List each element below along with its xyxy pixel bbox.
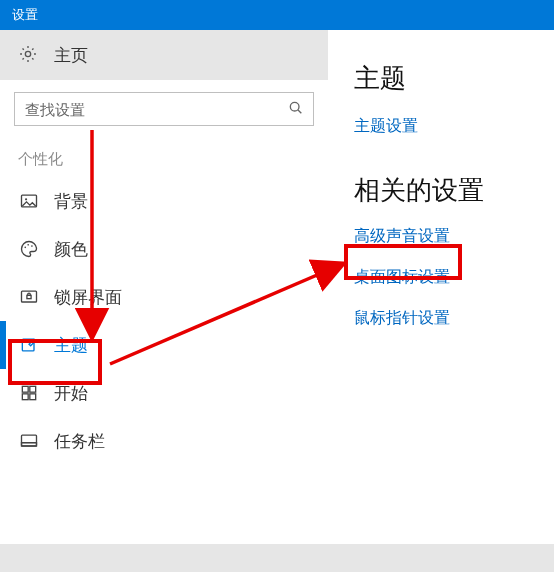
- sidebar-item-label: 颜色: [54, 238, 88, 261]
- sidebar: 主页 个性化 背景: [0, 30, 328, 544]
- svg-point-3: [25, 198, 27, 200]
- svg-point-4: [24, 247, 26, 249]
- search-wrap: [0, 80, 328, 132]
- bottom-bar: [0, 544, 554, 572]
- window-title: 设置: [12, 7, 38, 22]
- taskbar-icon: [18, 430, 40, 452]
- sidebar-item-label: 锁屏界面: [54, 286, 122, 309]
- window-title-bar: 设置: [0, 0, 554, 30]
- link-desktop-icons[interactable]: 桌面图标设置: [354, 267, 540, 288]
- svg-point-6: [31, 245, 33, 247]
- sidebar-item-label: 开始: [54, 382, 88, 405]
- image-icon: [18, 190, 40, 212]
- lockscreen-icon: [18, 286, 40, 308]
- sidebar-item-start[interactable]: 开始: [0, 369, 328, 417]
- sidebar-item-themes[interactable]: 主题: [0, 321, 328, 369]
- start-icon: [18, 382, 40, 404]
- svg-rect-8: [27, 295, 31, 298]
- theme-icon: [18, 334, 40, 356]
- svg-point-0: [25, 51, 30, 56]
- sidebar-item-label: 主题: [54, 334, 88, 357]
- svg-point-5: [27, 244, 29, 246]
- link-theme-settings[interactable]: 主题设置: [354, 116, 540, 137]
- svg-rect-10: [22, 386, 28, 392]
- link-mouse-pointer[interactable]: 鼠标指针设置: [354, 308, 540, 329]
- home-button[interactable]: 主页: [0, 30, 328, 80]
- palette-icon: [18, 238, 40, 260]
- sidebar-item-colors[interactable]: 颜色: [0, 225, 328, 273]
- gear-icon: [18, 44, 40, 66]
- content-pane: 主题 主题设置 相关的设置 高级声音设置 桌面图标设置 鼠标指针设置: [328, 30, 554, 544]
- sidebar-item-background[interactable]: 背景: [0, 177, 328, 225]
- svg-rect-11: [30, 386, 36, 392]
- sidebar-item-label: 背景: [54, 190, 88, 213]
- sidebar-item-lockscreen[interactable]: 锁屏界面: [0, 273, 328, 321]
- app-body: 主页 个性化 背景: [0, 30, 554, 544]
- home-label: 主页: [54, 44, 88, 67]
- related-heading: 相关的设置: [354, 173, 540, 208]
- link-advanced-sound[interactable]: 高级声音设置: [354, 226, 540, 247]
- sidebar-item-label: 任务栏: [54, 430, 105, 453]
- sidebar-item-taskbar[interactable]: 任务栏: [0, 417, 328, 465]
- svg-rect-13: [30, 394, 36, 400]
- search-input[interactable]: [14, 92, 314, 126]
- sidebar-category: 个性化: [0, 132, 328, 177]
- svg-rect-12: [22, 394, 28, 400]
- page-heading: 主题: [354, 61, 540, 96]
